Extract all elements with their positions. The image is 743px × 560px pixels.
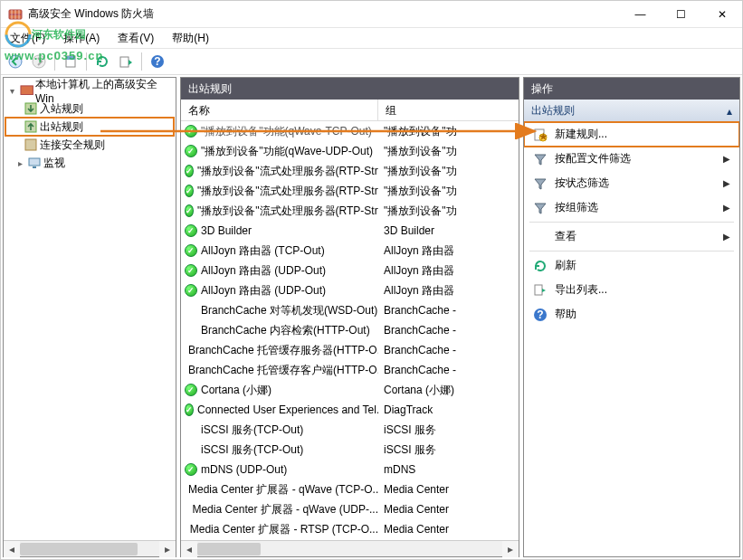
- enabled-icon: [185, 284, 197, 297]
- rule-row[interactable]: iSCSI 服务(TCP-Out)iSCSI 服务: [181, 420, 519, 440]
- rule-row[interactable]: "播放到设备"流式处理服务器(RTP-Stre..."播放到设备"功: [181, 201, 519, 221]
- action-help-label: 帮助: [555, 307, 576, 322]
- rule-row[interactable]: AllJoyn 路由器 (UDP-Out)AllJoyn 路由器: [181, 280, 519, 300]
- header-group[interactable]: 组: [378, 100, 519, 120]
- menu-file[interactable]: 文件(F): [6, 29, 49, 48]
- rule-name: BranchCache 对等机发现(WSD-Out): [201, 303, 377, 318]
- rule-name: BranchCache 内容检索(HTTP-Out): [201, 323, 370, 338]
- rule-row[interactable]: BranchCache 对等机发现(WSD-Out)BranchCache -: [181, 300, 519, 320]
- rule-name: Media Center 扩展器 - qWave (TCP-O...: [188, 482, 378, 498]
- rule-group: AllJoyn 路由器: [378, 243, 519, 259]
- rule-row[interactable]: "播放到设备"流式处理服务器(RTP-Stre..."播放到设备"功: [181, 161, 519, 181]
- rule-group: "播放到设备"功: [378, 124, 519, 139]
- rule-row[interactable]: AllJoyn 路由器 (UDP-Out)AllJoyn 路由器: [181, 261, 519, 280]
- rule-row[interactable]: "播放到设备"流式处理服务器(RTP-Stre..."播放到设备"功: [181, 181, 519, 201]
- svg-rect-6: [120, 57, 129, 67]
- inbound-icon: [24, 101, 38, 116]
- rule-group: "播放到设备"功: [378, 164, 519, 179]
- action-new-rule[interactable]: ★ 新建规则...: [524, 122, 739, 147]
- rule-row[interactable]: Media Center 扩展器 - qWave (UDP-...Media C…: [181, 499, 519, 519]
- rules-list[interactable]: "播放到设备"功能(qWave-TCP-Out)"播放到设备"功"播放到设备"功…: [181, 121, 519, 540]
- mid-scrollbar-horizontal[interactable]: ◂ ▸: [181, 540, 519, 556]
- rule-row[interactable]: "播放到设备"功能(qWave-TCP-Out)"播放到设备"功: [181, 121, 519, 141]
- collapse-icon[interactable]: ▾: [7, 86, 18, 96]
- rule-row[interactable]: iSCSI 服务(TCP-Out)iSCSI 服务: [181, 440, 519, 460]
- enabled-icon: [185, 244, 197, 257]
- rule-row[interactable]: Cortana (小娜)Cortana (小娜): [181, 380, 519, 400]
- rule-name: mDNS (UDP-Out): [201, 463, 287, 476]
- rule-group: iSCSI 服务: [378, 442, 519, 458]
- action-refresh[interactable]: 刷新: [524, 253, 739, 278]
- scroll-left-icon[interactable]: ◂: [4, 541, 20, 557]
- rule-group: AllJoyn 路由器: [378, 263, 519, 279]
- enabled-icon: [185, 224, 197, 237]
- menu-action[interactable]: 操作(A): [60, 29, 103, 48]
- rule-row[interactable]: Connected User Experiences and Tel...Dia…: [181, 400, 519, 420]
- rule-row[interactable]: BranchCache 内容检索(HTTP-Out)BranchCache -: [181, 320, 519, 340]
- action-filter-group[interactable]: 按组筛选 ▶: [524, 195, 739, 220]
- expand-icon[interactable]: ▸: [14, 158, 25, 168]
- menu-help[interactable]: 帮助(H): [168, 29, 213, 48]
- rule-row[interactable]: Media Center 扩展器 - RTSP (TCP-O...Media C…: [181, 519, 519, 539]
- scroll-right-icon[interactable]: ▸: [159, 541, 176, 557]
- export-icon[interactable]: [115, 51, 137, 72]
- rule-group: Media Center: [378, 503, 519, 516]
- enabled-icon: [185, 403, 194, 416]
- menu-view[interactable]: 查看(V): [114, 29, 157, 48]
- rule-row[interactable]: "播放到设备"功能(qWave-UDP-Out)"播放到设备"功: [181, 141, 519, 161]
- rule-name: Connected User Experiences and Tel...: [197, 403, 378, 416]
- rule-name: Media Center 扩展器 - qWave (UDP-...: [192, 502, 378, 517]
- rule-row[interactable]: Media Center 扩展器 - qWave (TCP-O...Media …: [181, 479, 519, 499]
- tree-root[interactable]: ▾ 本地计算机 上的高级安全 Win: [5, 81, 174, 100]
- svg-rect-13: [29, 158, 40, 166]
- back-button[interactable]: [5, 51, 26, 72]
- disabled-icon: [185, 423, 197, 436]
- svg-point-2: [9, 55, 22, 68]
- refresh-icon[interactable]: [91, 51, 113, 72]
- rule-row[interactable]: 3D Builder3D Builder: [181, 221, 519, 241]
- rule-name: AllJoyn 路由器 (UDP-Out): [201, 263, 326, 279]
- section-collapse-icon[interactable]: ▴: [727, 105, 732, 118]
- rule-name: Cortana (小娜): [201, 383, 271, 398]
- action-export[interactable]: 导出列表...: [524, 278, 739, 302]
- close-button[interactable]: ✕: [701, 1, 742, 27]
- help-icon[interactable]: ?: [147, 51, 168, 72]
- submenu-arrow-icon: ▶: [723, 232, 730, 242]
- scroll-left-icon[interactable]: ◂: [181, 541, 197, 557]
- tree-outbound[interactable]: 出站规则: [5, 118, 174, 136]
- rule-group: BranchCache -: [378, 304, 519, 317]
- minimize-button[interactable]: —: [620, 1, 661, 27]
- rule-row[interactable]: mDNS (UDP-Out)mDNS: [181, 460, 519, 479]
- rules-pane-title: 出站规则: [181, 78, 519, 100]
- rule-row[interactable]: BranchCache 托管缓存服务器(HTTP-O...BranchCache…: [181, 340, 519, 360]
- refresh-icon: [533, 259, 548, 273]
- rule-name: "播放到设备"流式处理服务器(RTP-Stre...: [197, 204, 378, 219]
- action-filter-state[interactable]: 按状态筛选 ▶: [524, 171, 739, 195]
- tree-connsec[interactable]: 连接安全规则: [5, 136, 174, 154]
- titlebar: 高级安全 Windows 防火墙 — ☐ ✕: [1, 1, 742, 28]
- action-view[interactable]: 查看 ▶: [524, 224, 739, 249]
- maximize-button[interactable]: ☐: [661, 1, 701, 27]
- tree-monitor[interactable]: ▸ 监视: [5, 154, 174, 172]
- rule-group: BranchCache -: [378, 364, 519, 376]
- enabled-icon: [185, 165, 194, 177]
- scroll-right-icon[interactable]: ▸: [502, 541, 519, 557]
- header-name[interactable]: 名称: [181, 100, 378, 120]
- action-help[interactable]: ? 帮助: [524, 302, 739, 327]
- rule-name: "播放到设备"流式处理服务器(RTP-Stre...: [197, 184, 378, 199]
- left-scrollbar-horizontal[interactable]: ◂ ▸: [4, 540, 176, 556]
- enabled-icon: [185, 264, 197, 277]
- rule-group: mDNS: [378, 463, 519, 476]
- action-filter-profile[interactable]: 按配置文件筛选 ▶: [524, 147, 739, 171]
- rule-group: Cortana (小娜): [378, 383, 519, 398]
- bookmark-icon[interactable]: [60, 51, 81, 72]
- scroll-thumb[interactable]: [20, 543, 138, 555]
- rule-name: "播放到设备"功能(qWave-TCP-Out): [201, 124, 372, 139]
- rule-row[interactable]: AllJoyn 路由器 (TCP-Out)AllJoyn 路由器: [181, 241, 519, 261]
- forward-button[interactable]: [28, 51, 50, 72]
- svg-text:?: ?: [154, 55, 160, 68]
- scroll-thumb[interactable]: [197, 543, 261, 555]
- rule-row[interactable]: BranchCache 托管缓存客户端(HTTP-O...BranchCache…: [181, 360, 519, 380]
- export-icon: [533, 283, 548, 298]
- enabled-icon: [185, 463, 197, 476]
